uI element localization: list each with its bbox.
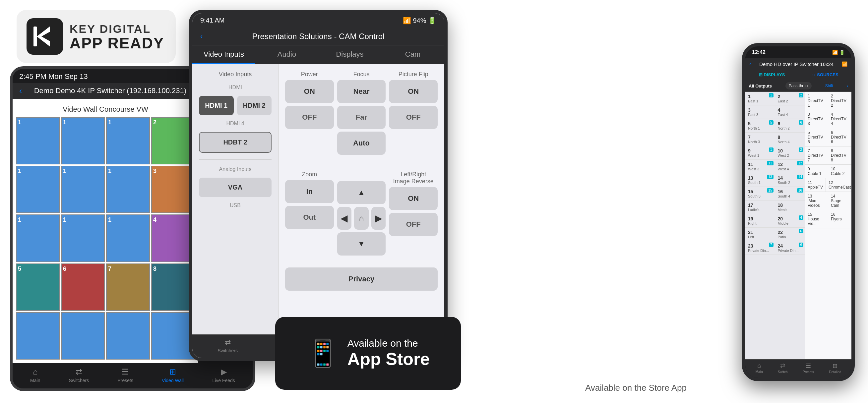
ph-src-13[interactable]: 13 iMac Videos <box>805 192 828 210</box>
ph-src-12[interactable]: 12 ChromeCast <box>826 178 851 191</box>
vw-cell-1[interactable]: 1 <box>16 117 60 164</box>
ph-out-5[interactable]: 5 5 North 1 <box>745 119 775 132</box>
vw-cell-5[interactable]: 1 <box>16 166 60 213</box>
hdmi1-button[interactable]: HDMI 1 <box>199 96 234 115</box>
nav-switchers[interactable]: ⇄ Switchers <box>69 367 89 383</box>
ph-out-12[interactable]: 12 12 West 4 <box>775 160 805 173</box>
vw-cell-15[interactable]: 7 <box>106 264 150 311</box>
ph-src-7[interactable]: 7 DirectTV 7 <box>805 147 828 164</box>
ph-src-5[interactable]: 5 DirectTV 5 <box>805 128 828 146</box>
ph-nav-detailed[interactable]: ⊞ Detailed <box>829 362 841 374</box>
tab-audio[interactable]: Audio <box>255 45 318 64</box>
ph-out-15[interactable]: 15 15 South 3 <box>745 187 775 200</box>
ph-src-3[interactable]: 3 DirectTV 3 <box>805 110 828 128</box>
flip-off-button[interactable]: OFF <box>389 106 438 129</box>
zoom-in-button[interactable]: In <box>285 180 334 203</box>
ph-nav-switch[interactable]: ⇄ Switch <box>778 362 787 374</box>
tab-cam[interactable]: Cam <box>381 45 444 64</box>
ph-out-6[interactable]: 6 6 North 2 <box>775 119 805 132</box>
hdmi2-button[interactable]: HDMI 2 <box>237 96 272 115</box>
ph-src-1[interactable]: 1 DirectTV 1 <box>805 92 828 110</box>
ph-out-21[interactable]: 21 Left <box>745 228 775 241</box>
vw-cell-9[interactable]: 1 <box>16 214 60 262</box>
vw-cell-3[interactable]: 1 <box>106 117 150 164</box>
up-arrow-button[interactable]: ▲ <box>337 181 386 204</box>
vw-cell-13[interactable]: 5 <box>16 264 60 311</box>
ph-out-24[interactable]: 6 24 Private Din... <box>775 241 805 254</box>
phone-pass-thru[interactable]: Pass-thru ‹ <box>785 82 812 90</box>
flip-on-button[interactable]: ON <box>389 80 438 103</box>
zoom-out-button[interactable]: Out <box>285 206 334 229</box>
ph-src-4[interactable]: 4 DirectTV 4 <box>828 110 851 128</box>
focus-far-button[interactable]: Far <box>337 106 386 129</box>
power-off-button[interactable]: OFF <box>285 106 334 129</box>
ph-src-14[interactable]: 14 Stage Cam <box>828 192 851 210</box>
ph-src-2[interactable]: 2 DirectTV 2 <box>828 92 851 110</box>
home-button[interactable]: ⌂ <box>354 207 369 230</box>
ph-out-22[interactable]: 6 22 Patio <box>775 228 805 241</box>
vw-cell-10[interactable]: 1 <box>61 214 105 262</box>
ph-nav-presets[interactable]: ☰ Presets <box>803 362 814 374</box>
ph-out-18[interactable]: 18 Men's <box>775 200 805 214</box>
ph-out-4[interactable]: 4 East 4 <box>775 105 805 119</box>
vw-cell-19[interactable] <box>106 312 150 360</box>
phone-tab-sources[interactable]: ↔ SOURCES <box>798 70 851 80</box>
ph-out-11[interactable]: 11 11 West 3 <box>745 160 775 173</box>
tablet2-back-button[interactable]: ‹ <box>200 32 203 41</box>
ph-nav-main[interactable]: ⌂ Main <box>755 362 763 374</box>
ph-out-17[interactable]: 17 Ladie's <box>745 200 775 214</box>
vw-cell-6[interactable]: 1 <box>61 166 105 213</box>
vw-cell-4[interactable]: 2 <box>151 117 195 164</box>
privacy-button[interactable]: Privacy <box>285 268 438 291</box>
vw-cell-2[interactable]: 1 <box>61 117 105 164</box>
nav-main[interactable]: ⌂ Main <box>30 367 40 383</box>
nav-video-wall[interactable]: ⊞ Video Wall <box>162 367 184 383</box>
ph-out-20[interactable]: 4 20 Middle <box>775 214 805 227</box>
power-on-button[interactable]: ON <box>285 80 334 103</box>
ph-out-14[interactable]: 14 14 South 2 <box>775 173 805 187</box>
phone-shift-button[interactable]: Shift <box>825 84 833 88</box>
ph-out-23[interactable]: 7 23 Private Din... <box>745 241 775 254</box>
ph-out-13[interactable]: 13 13 South 1 <box>745 173 775 187</box>
phone-back-button[interactable]: ‹ <box>749 61 751 67</box>
vw-cell-8[interactable]: 3 <box>151 166 195 213</box>
ph-out-3[interactable]: 3 East 3 <box>745 105 775 119</box>
tablet1-back-button[interactable]: ‹ <box>19 86 22 95</box>
vw-cell-12[interactable]: 4 <box>151 214 195 262</box>
ph-src-16[interactable]: 16 Flyers <box>828 210 851 228</box>
ph-out-2[interactable]: 2 2 East 2 <box>775 92 805 105</box>
nav-live-feeds[interactable]: ▶ Live Feeds <box>212 367 235 383</box>
ph-src-9[interactable]: 9 Cable 1 <box>805 165 828 178</box>
focus-near-button[interactable]: Near <box>337 80 386 103</box>
ph-src-10[interactable]: 10 Cable 2 <box>828 165 851 178</box>
nav-presets[interactable]: ☰ Presets <box>117 367 133 383</box>
ph-out-8[interactable]: 8 North 4 <box>775 132 805 146</box>
ph-out-16[interactable]: 16 16 South 4 <box>775 187 805 200</box>
ph-out-1[interactable]: 1 1 East 1 <box>745 92 775 105</box>
left-arrow-button[interactable]: ◀ <box>337 207 352 230</box>
app-store-badge[interactable]: 📱 Available on the App Store <box>275 317 461 390</box>
tab-video-inputs[interactable]: Video Inputs <box>192 45 255 64</box>
reverse-off-button[interactable]: OFF <box>389 213 438 236</box>
right-arrow-button[interactable]: ▶ <box>371 207 386 230</box>
vw-cell-11[interactable]: 1 <box>106 214 150 262</box>
focus-auto-button[interactable]: Auto <box>337 131 386 155</box>
vw-cell-17[interactable] <box>16 312 60 360</box>
vw-cell-14[interactable]: 6 <box>61 264 105 311</box>
ph-src-11[interactable]: 11 AppleTV <box>805 178 826 191</box>
ph-src-6[interactable]: 6 DirectTV 6 <box>828 128 851 146</box>
phone-tab-displays[interactable]: ⊞ DISPLAYS <box>745 70 798 80</box>
ph-out-19[interactable]: 19 Right <box>745 214 775 227</box>
vga-button[interactable]: VGA <box>199 178 272 197</box>
down-arrow-button[interactable]: ▼ <box>337 232 386 255</box>
vw-cell-20[interactable] <box>151 312 195 360</box>
hdbt2-button[interactable]: HDBT 2 <box>199 132 272 153</box>
t2-nav-switchers[interactable]: ⇄ Switchers <box>217 338 238 353</box>
reverse-on-button[interactable]: ON <box>389 187 438 210</box>
ph-src-8[interactable]: 8 DirectTV 8 <box>828 147 851 164</box>
vw-cell-7[interactable]: 1 <box>106 166 150 213</box>
tab-displays[interactable]: Displays <box>318 45 381 64</box>
vw-cell-16[interactable]: 8 <box>151 264 195 311</box>
ph-src-15[interactable]: 15 House Vid... <box>805 210 828 228</box>
ph-out-9[interactable]: 1 9 West 1 <box>745 146 775 159</box>
